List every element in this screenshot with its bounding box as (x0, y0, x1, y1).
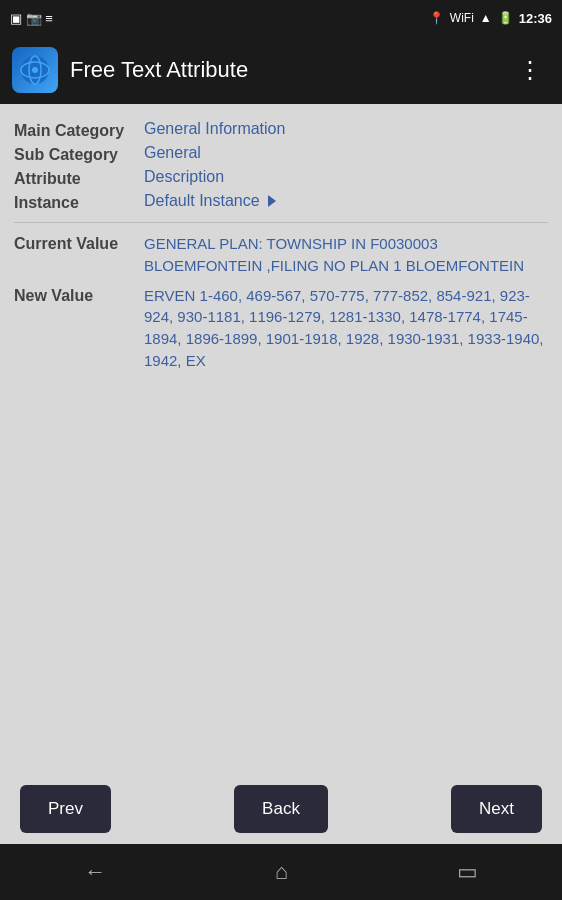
attribute-value: Description (144, 168, 548, 186)
current-value-text: GENERAL PLAN: TOWNSHIP IN F0030003 BLOEM… (144, 233, 548, 277)
new-value-label: New Value (14, 285, 144, 305)
battery-icon: 🔋 (498, 11, 513, 25)
main-category-label: Main Category (14, 120, 144, 140)
bottom-nav-buttons: Prev Back Next (0, 774, 562, 844)
instance-value[interactable]: Default Instance (144, 192, 548, 210)
attribute-label: Attribute (14, 168, 144, 188)
attribute-row: Attribute Description (14, 168, 548, 188)
status-bar-right: 📍 WiFi ▲ 🔋 12:36 (429, 11, 552, 26)
wifi-icon: WiFi (450, 11, 474, 25)
status-bar-left: ▣ 📷 ≡ (10, 11, 53, 26)
app-bar: Free Text Attribute ⋮ (0, 36, 562, 104)
system-recents-button[interactable] (457, 859, 478, 885)
status-bar: ▣ 📷 ≡ 📍 WiFi ▲ 🔋 12:36 (0, 0, 562, 36)
main-category-row: Main Category General Information (14, 120, 548, 140)
app-icon (12, 47, 58, 93)
time-display: 12:36 (519, 11, 552, 26)
svg-point-3 (32, 67, 38, 73)
notification-icons: ▣ 📷 ≡ (10, 11, 53, 26)
main-content: Main Category General Information Sub Ca… (0, 104, 562, 774)
divider (14, 222, 548, 223)
instance-label: Instance (14, 192, 144, 212)
info-table: Main Category General Information Sub Ca… (14, 120, 548, 372)
new-value-text[interactable]: ERVEN 1-460, 469-567, 570-775, 777-852, … (144, 285, 548, 372)
app-title: Free Text Attribute (70, 57, 498, 83)
overflow-menu-button[interactable]: ⋮ (510, 52, 550, 88)
signal-icon: ▲ (480, 11, 492, 25)
system-home-button[interactable] (275, 859, 288, 885)
location-icon: 📍 (429, 11, 444, 25)
new-value-row: New Value ERVEN 1-460, 469-567, 570-775,… (14, 285, 548, 372)
next-button[interactable]: Next (451, 785, 542, 833)
sub-category-label: Sub Category (14, 144, 144, 164)
sub-category-value: General (144, 144, 548, 162)
system-nav-bar (0, 844, 562, 900)
system-back-button[interactable] (84, 859, 106, 885)
current-value-row: Current Value GENERAL PLAN: TOWNSHIP IN … (14, 233, 548, 277)
instance-dropdown-arrow (268, 195, 276, 207)
main-category-value: General Information (144, 120, 548, 138)
current-value-label: Current Value (14, 233, 144, 253)
instance-row: Instance Default Instance (14, 192, 548, 212)
back-button[interactable]: Back (234, 785, 328, 833)
prev-button[interactable]: Prev (20, 785, 111, 833)
sub-category-row: Sub Category General (14, 144, 548, 164)
